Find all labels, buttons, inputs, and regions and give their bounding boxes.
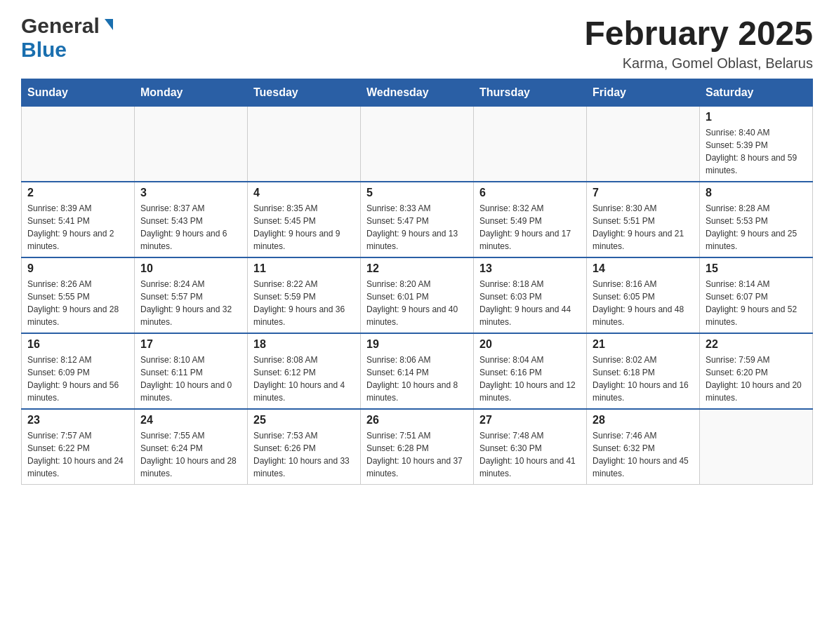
- day-number: 6: [479, 187, 581, 199]
- title-section: February 2025 Karma, Gomel Oblast, Belar…: [584, 14, 813, 72]
- day-number: 5: [366, 187, 468, 199]
- calendar-week-row-4: 23Sunrise: 7:57 AM Sunset: 6:22 PM Dayli…: [22, 409, 813, 485]
- calendar-cell: 11Sunrise: 8:22 AM Sunset: 5:59 PM Dayli…: [248, 257, 361, 333]
- calendar-cell: 8Sunrise: 8:28 AM Sunset: 5:53 PM Daylig…: [700, 182, 813, 257]
- calendar-cell: 3Sunrise: 8:37 AM Sunset: 5:43 PM Daylig…: [135, 182, 248, 257]
- month-title: February 2025: [584, 14, 813, 53]
- calendar-cell: 26Sunrise: 7:51 AM Sunset: 6:28 PM Dayli…: [361, 409, 474, 485]
- calendar-cell: 16Sunrise: 8:12 AM Sunset: 6:09 PM Dayli…: [22, 333, 135, 409]
- day-info: Sunrise: 8:20 AM Sunset: 6:01 PM Dayligh…: [366, 278, 468, 328]
- calendar-cell: [700, 409, 813, 485]
- calendar-cell: 27Sunrise: 7:48 AM Sunset: 6:30 PM Dayli…: [474, 409, 587, 485]
- day-number: 7: [593, 187, 694, 199]
- day-info: Sunrise: 8:35 AM Sunset: 5:45 PM Dayligh…: [253, 202, 355, 253]
- day-info: Sunrise: 8:33 AM Sunset: 5:47 PM Dayligh…: [366, 202, 468, 253]
- calendar-cell: 23Sunrise: 7:57 AM Sunset: 6:22 PM Dayli…: [22, 409, 135, 485]
- day-info: Sunrise: 8:24 AM Sunset: 5:57 PM Dayligh…: [140, 278, 241, 328]
- day-info: Sunrise: 8:22 AM Sunset: 5:59 PM Dayligh…: [253, 278, 355, 328]
- day-info: Sunrise: 7:53 AM Sunset: 6:26 PM Dayligh…: [253, 429, 355, 480]
- day-number: 4: [253, 187, 355, 199]
- calendar-cell: 22Sunrise: 7:59 AM Sunset: 6:20 PM Dayli…: [700, 333, 813, 409]
- calendar-cell: 1Sunrise: 8:40 AM Sunset: 5:39 PM Daylig…: [700, 107, 813, 182]
- calendar-cell: 15Sunrise: 8:14 AM Sunset: 6:07 PM Dayli…: [700, 257, 813, 333]
- day-info: Sunrise: 7:59 AM Sunset: 6:20 PM Dayligh…: [706, 354, 807, 404]
- calendar-cell: 20Sunrise: 8:04 AM Sunset: 6:16 PM Dayli…: [474, 333, 587, 409]
- day-number: 21: [593, 338, 694, 351]
- day-number: 3: [140, 187, 241, 199]
- day-info: Sunrise: 8:02 AM Sunset: 6:18 PM Dayligh…: [593, 354, 694, 404]
- calendar-cell: 25Sunrise: 7:53 AM Sunset: 6:26 PM Dayli…: [248, 409, 361, 485]
- day-number: 13: [479, 262, 581, 275]
- day-number: 11: [253, 262, 355, 275]
- calendar-cell: 21Sunrise: 8:02 AM Sunset: 6:18 PM Dayli…: [587, 333, 700, 409]
- day-info: Sunrise: 8:26 AM Sunset: 5:55 PM Dayligh…: [27, 278, 128, 328]
- day-number: 19: [366, 338, 468, 351]
- calendar-week-row-3: 16Sunrise: 8:12 AM Sunset: 6:09 PM Dayli…: [22, 333, 813, 409]
- day-number: 9: [27, 262, 128, 275]
- calendar-cell: 6Sunrise: 8:32 AM Sunset: 5:49 PM Daylig…: [474, 182, 587, 257]
- weekday-header-row: SundayMondayTuesdayWednesdayThursdayFrid…: [22, 79, 813, 107]
- day-number: 10: [140, 262, 241, 275]
- day-info: Sunrise: 7:51 AM Sunset: 6:28 PM Dayligh…: [366, 429, 468, 480]
- day-number: 25: [253, 414, 355, 427]
- day-number: 18: [253, 338, 355, 351]
- day-number: 20: [479, 338, 581, 351]
- day-info: Sunrise: 7:55 AM Sunset: 6:24 PM Dayligh…: [140, 429, 241, 480]
- calendar-cell: [248, 107, 361, 182]
- day-info: Sunrise: 8:10 AM Sunset: 6:11 PM Dayligh…: [140, 354, 241, 404]
- calendar-cell: 14Sunrise: 8:16 AM Sunset: 6:05 PM Dayli…: [587, 257, 700, 333]
- day-info: Sunrise: 8:12 AM Sunset: 6:09 PM Dayligh…: [27, 354, 128, 404]
- day-info: Sunrise: 8:39 AM Sunset: 5:41 PM Dayligh…: [27, 202, 128, 253]
- calendar-cell: 24Sunrise: 7:55 AM Sunset: 6:24 PM Dayli…: [135, 409, 248, 485]
- calendar-week-row-1: 2Sunrise: 8:39 AM Sunset: 5:41 PM Daylig…: [22, 182, 813, 257]
- day-number: 8: [706, 187, 807, 199]
- day-info: Sunrise: 8:28 AM Sunset: 5:53 PM Dayligh…: [706, 202, 807, 253]
- day-number: 2: [27, 187, 128, 199]
- day-number: 24: [140, 414, 241, 427]
- day-number: 22: [706, 338, 807, 351]
- day-number: 17: [140, 338, 241, 351]
- calendar-week-row-2: 9Sunrise: 8:26 AM Sunset: 5:55 PM Daylig…: [22, 257, 813, 333]
- calendar-table: SundayMondayTuesdayWednesdayThursdayFrid…: [21, 79, 813, 485]
- day-number: 16: [27, 338, 128, 351]
- calendar-cell: 5Sunrise: 8:33 AM Sunset: 5:47 PM Daylig…: [361, 182, 474, 257]
- weekday-header-sunday: Sunday: [22, 79, 135, 107]
- calendar-cell: [135, 107, 248, 182]
- calendar-cell: [587, 107, 700, 182]
- day-info: Sunrise: 7:46 AM Sunset: 6:32 PM Dayligh…: [593, 429, 694, 480]
- day-number: 12: [366, 262, 468, 275]
- day-info: Sunrise: 8:16 AM Sunset: 6:05 PM Dayligh…: [593, 278, 694, 328]
- day-number: 15: [706, 262, 807, 275]
- day-info: Sunrise: 8:37 AM Sunset: 5:43 PM Dayligh…: [140, 202, 241, 253]
- day-number: 14: [593, 262, 694, 275]
- calendar-cell: 18Sunrise: 8:08 AM Sunset: 6:12 PM Dayli…: [248, 333, 361, 409]
- day-number: 26: [366, 414, 468, 427]
- day-number: 27: [479, 414, 581, 427]
- day-info: Sunrise: 7:57 AM Sunset: 6:22 PM Dayligh…: [27, 429, 128, 480]
- day-info: Sunrise: 8:06 AM Sunset: 6:14 PM Dayligh…: [366, 354, 468, 404]
- calendar-cell: 10Sunrise: 8:24 AM Sunset: 5:57 PM Dayli…: [135, 257, 248, 333]
- day-info: Sunrise: 8:32 AM Sunset: 5:49 PM Dayligh…: [479, 202, 581, 253]
- calendar-cell: [361, 107, 474, 182]
- calendar-cell: 17Sunrise: 8:10 AM Sunset: 6:11 PM Dayli…: [135, 333, 248, 409]
- weekday-header-monday: Monday: [135, 79, 248, 107]
- day-info: Sunrise: 8:04 AM Sunset: 6:16 PM Dayligh…: [479, 354, 581, 404]
- calendar-cell: 7Sunrise: 8:30 AM Sunset: 5:51 PM Daylig…: [587, 182, 700, 257]
- logo: General Blue: [21, 14, 113, 62]
- logo-triangle-icon: [105, 19, 113, 30]
- day-number: 1: [706, 111, 807, 123]
- day-info: Sunrise: 8:30 AM Sunset: 5:51 PM Dayligh…: [593, 202, 694, 253]
- calendar-cell: 9Sunrise: 8:26 AM Sunset: 5:55 PM Daylig…: [22, 257, 135, 333]
- weekday-header-friday: Friday: [587, 79, 700, 107]
- page-header: General Blue February 2025 Karma, Gomel …: [21, 14, 813, 72]
- day-number: 28: [593, 414, 694, 427]
- weekday-header-saturday: Saturday: [700, 79, 813, 107]
- calendar-cell: 13Sunrise: 8:18 AM Sunset: 6:03 PM Dayli…: [474, 257, 587, 333]
- calendar-cell: 4Sunrise: 8:35 AM Sunset: 5:45 PM Daylig…: [248, 182, 361, 257]
- calendar-cell: [474, 107, 587, 182]
- day-info: Sunrise: 8:40 AM Sunset: 5:39 PM Dayligh…: [706, 126, 807, 177]
- weekday-header-wednesday: Wednesday: [361, 79, 474, 107]
- calendar-cell: 19Sunrise: 8:06 AM Sunset: 6:14 PM Dayli…: [361, 333, 474, 409]
- location-subtitle: Karma, Gomel Oblast, Belarus: [584, 55, 813, 72]
- calendar-cell: 12Sunrise: 8:20 AM Sunset: 6:01 PM Dayli…: [361, 257, 474, 333]
